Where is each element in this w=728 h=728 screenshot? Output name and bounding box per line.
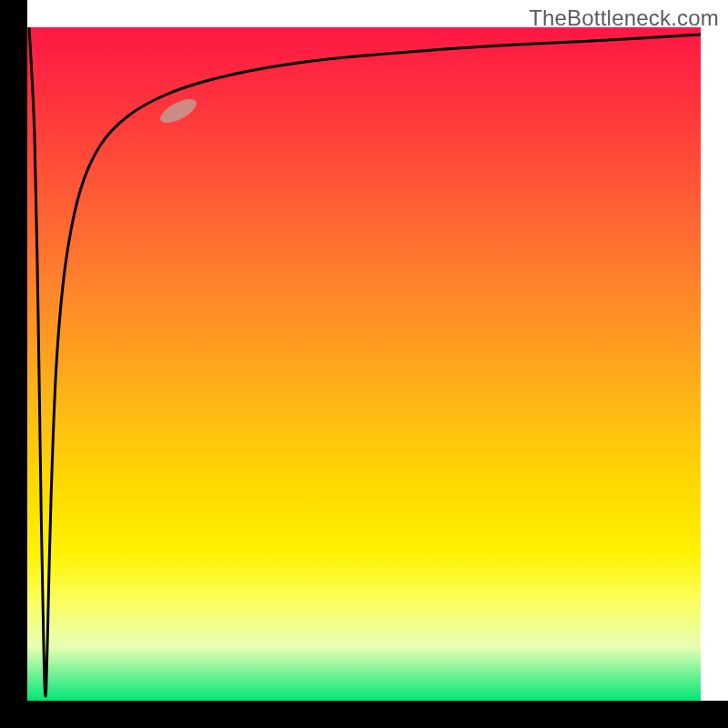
y-axis (0, 0, 27, 728)
plot-area (27, 27, 701, 701)
chart-container: TheBottleneck.com (0, 0, 728, 728)
x-axis (0, 701, 728, 728)
watermark-text: TheBottleneck.com (529, 5, 719, 31)
